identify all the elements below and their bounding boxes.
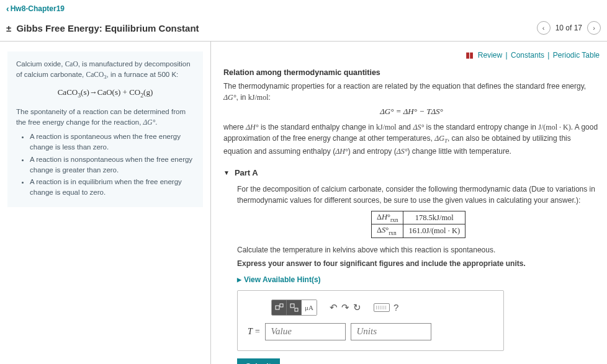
template-button-2[interactable] (287, 300, 302, 315)
redo-button[interactable]: ↷ (341, 300, 349, 315)
equation-gibbs: ΔG° = ΔH° − TΔS° (223, 107, 600, 117)
instruction-text: Express your answer to four significant … (237, 258, 600, 269)
context-panel: Calcium oxide, CaO, is manufactured by d… (7, 51, 203, 207)
list-item: A reaction is in equilibrium when the fr… (30, 177, 194, 198)
format-group: μA (271, 300, 317, 316)
thermo-data-table: ΔH°rxn 178.5kJ/mol ΔS°rxn 161.0J/(mol · … (371, 211, 465, 238)
submit-button[interactable]: Submit (237, 358, 280, 364)
units-input[interactable] (351, 323, 431, 340)
view-hints-link[interactable]: ▶ View Available Hint(s) (237, 275, 321, 284)
resource-links: ▮▮ Review | Constants | Periodic Table (223, 50, 600, 60)
question-text: For the decomposition of calcium carbona… (237, 184, 600, 206)
section-heading: Relation among thermodynamic quantities (223, 68, 600, 77)
progress-indicator: 10 of 17 (555, 24, 582, 32)
constants-link[interactable]: Constants (511, 51, 544, 60)
table-row: ΔH°rxn 178.5kJ/mol (371, 211, 465, 224)
reset-button[interactable]: ↻ (353, 300, 361, 315)
answer-box: μA ↶ ↷ ↻ ? T = (237, 290, 504, 351)
part-a-header[interactable]: ▼ Part A (223, 168, 600, 177)
question-text-2: Calculate the temperature in kelvins abo… (237, 244, 600, 255)
template-button-1[interactable] (272, 300, 287, 315)
value-input[interactable] (265, 323, 346, 340)
relation-paragraph-2: where ΔH° is the standard enthalpy chang… (223, 122, 600, 157)
bookmark-icon: ▮▮ (465, 50, 473, 60)
breadcrumb[interactable]: ‹ Hw8-Chapter19 (6, 4, 65, 14)
periodic-table-link[interactable]: Periodic Table (553, 51, 600, 60)
list-item: A reaction is spontaneous when the free … (30, 131, 194, 153)
chevron-down-icon: ▼ (223, 169, 230, 176)
chevron-left-icon: ‹ (6, 4, 9, 14)
svg-rect-3 (295, 308, 298, 311)
svg-rect-0 (276, 306, 279, 309)
help-button[interactable]: ? (393, 300, 398, 315)
equation-decomposition: CaCO3(s)→CaO(s) + CO2(g) (16, 86, 194, 100)
review-link[interactable]: Review (478, 51, 502, 60)
list-item: A reaction is nonspontaneous when the fr… (30, 154, 194, 176)
collapse-icon[interactable]: ± (6, 23, 11, 33)
keyboard-button[interactable] (374, 300, 390, 315)
breadcrumb-label: Hw8-Chapter19 (11, 4, 65, 13)
table-row: ΔS°rxn 161.0J/(mol · K) (371, 224, 465, 238)
chevron-right-icon: ▶ (237, 277, 241, 283)
svg-rect-2 (290, 304, 294, 308)
keyboard-icon (374, 303, 390, 312)
relation-paragraph: The thermodynamic properties for a react… (223, 81, 600, 103)
variable-label: T = (248, 327, 260, 337)
undo-button[interactable]: ↶ (330, 300, 338, 315)
svg-rect-1 (280, 304, 283, 307)
page-title: ± Gibbs Free Energy: Equilibrium Constan… (6, 23, 199, 33)
prev-button[interactable]: ‹ (537, 21, 551, 35)
next-button[interactable]: › (587, 21, 601, 35)
greek-button[interactable]: μA (302, 300, 317, 315)
